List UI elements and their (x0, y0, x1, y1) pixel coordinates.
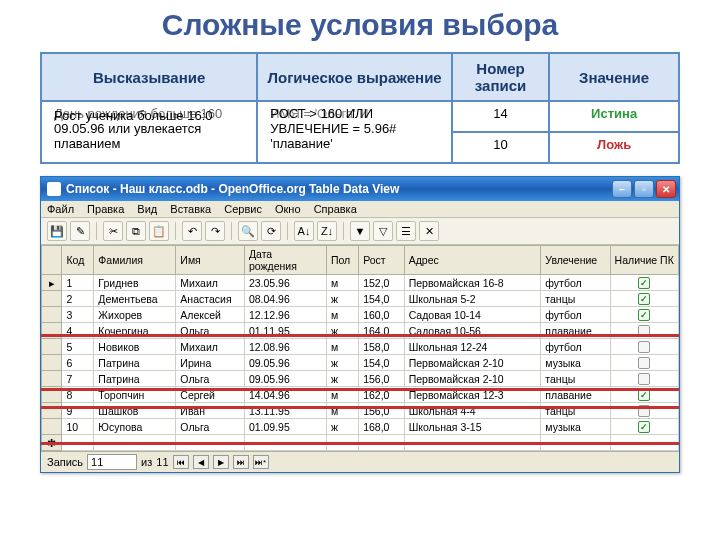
cell[interactable]: 12.12.96 (244, 307, 326, 323)
nav-new-icon[interactable]: ⏭* (253, 455, 269, 469)
cell[interactable]: Патрина (94, 371, 176, 387)
cell[interactable]: 160,0 (359, 307, 405, 323)
cell[interactable]: Новиков (94, 339, 176, 355)
cell[interactable]: Первомайская 2-10 (404, 355, 541, 371)
sort-desc-icon[interactable]: Z↓ (317, 221, 337, 241)
cell[interactable]: футбол (541, 307, 610, 323)
table-row[interactable]: 9ШашковИван13.11.95м156,0Школьная 4-4тан… (42, 403, 679, 419)
close-button[interactable]: ✕ (656, 180, 676, 198)
cell[interactable]: Анастасия (176, 291, 245, 307)
cell[interactable]: Школьная 12-24 (404, 339, 541, 355)
table-row[interactable]: 10ЮсуповаОльга01.09.95ж168,0Школьная 3-1… (42, 419, 679, 435)
cell[interactable]: Первомайская 2-10 (404, 371, 541, 387)
cell[interactable]: 12.08.96 (244, 339, 326, 355)
cell[interactable]: футбол (541, 275, 610, 291)
cell[interactable]: Ирина (176, 355, 245, 371)
find-icon[interactable]: 🔍 (238, 221, 258, 241)
cell[interactable]: танцы (541, 291, 610, 307)
cell[interactable]: 152,0 (359, 275, 405, 291)
table-row[interactable]: 5НовиковМихаил12.08.96м158,0Школьная 12-… (42, 339, 679, 355)
cell[interactable]: танцы (541, 403, 610, 419)
menu-view[interactable]: Вид (137, 203, 157, 215)
nav-next-icon[interactable]: ▶ (213, 455, 229, 469)
col-header[interactable]: Наличие ПК (610, 246, 678, 275)
menu-tools[interactable]: Сервис (224, 203, 262, 215)
pc-checkbox[interactable]: ✓ (610, 339, 678, 355)
row-marker[interactable] (42, 339, 62, 355)
col-header[interactable]: Пол (326, 246, 358, 275)
pc-checkbox[interactable]: ✓ (610, 403, 678, 419)
cell[interactable]: Гриднев (94, 275, 176, 291)
cell[interactable]: 13.11.95 (244, 403, 326, 419)
cell[interactable]: 154,0 (359, 291, 405, 307)
row-marker[interactable] (42, 291, 62, 307)
row-marker[interactable] (42, 307, 62, 323)
cell[interactable]: 9 (62, 403, 94, 419)
maximize-button[interactable]: ▫ (634, 180, 654, 198)
cell[interactable]: Ольга (176, 419, 245, 435)
cell[interactable]: м (326, 339, 358, 355)
cell[interactable]: 154,0 (359, 355, 405, 371)
row-marker[interactable] (42, 371, 62, 387)
nav-first-icon[interactable]: ⏮ (173, 455, 189, 469)
cell[interactable]: Михаил (176, 275, 245, 291)
cell[interactable]: м (326, 275, 358, 291)
col-header[interactable]: Имя (176, 246, 245, 275)
filter-icon[interactable]: ▼ (350, 221, 370, 241)
filter-form-icon[interactable]: ☰ (396, 221, 416, 241)
cell[interactable]: футбол (541, 339, 610, 355)
row-marker[interactable] (42, 403, 62, 419)
cell[interactable]: 01.09.95 (244, 419, 326, 435)
edit-icon[interactable]: ✎ (70, 221, 90, 241)
nav-current[interactable] (87, 454, 137, 470)
cell[interactable]: Михаил (176, 339, 245, 355)
pc-checkbox[interactable]: ✓ (610, 307, 678, 323)
cut-icon[interactable]: ✂ (103, 221, 123, 241)
cell[interactable]: ж (326, 355, 358, 371)
menu-insert[interactable]: Вставка (170, 203, 211, 215)
cell[interactable]: м (326, 403, 358, 419)
cell[interactable]: 1 (62, 275, 94, 291)
cell[interactable]: 23.05.96 (244, 275, 326, 291)
cell[interactable]: 156,0 (359, 371, 405, 387)
remove-filter-icon[interactable]: ✕ (419, 221, 439, 241)
cell[interactable]: 09.05.96 (244, 371, 326, 387)
cell[interactable]: 156,0 (359, 403, 405, 419)
cell[interactable]: ж (326, 371, 358, 387)
pc-checkbox[interactable]: ✓ (610, 355, 678, 371)
col-header[interactable]: Увлечение (541, 246, 610, 275)
cell[interactable]: Садовая 10-14 (404, 307, 541, 323)
cell[interactable]: Школьная 3-15 (404, 419, 541, 435)
cell[interactable]: 7 (62, 371, 94, 387)
row-marker[interactable] (42, 355, 62, 371)
pc-checkbox[interactable]: ✓ (610, 371, 678, 387)
data-grid[interactable]: КодФамилияИмяДата рожденияПолРостАдресУв… (41, 245, 679, 451)
cell[interactable]: ж (326, 291, 358, 307)
table-row[interactable]: ▸1ГридневМихаил23.05.96м152,0Первомайска… (42, 275, 679, 291)
cell[interactable]: Жихорев (94, 307, 176, 323)
row-marker[interactable] (42, 419, 62, 435)
save-icon[interactable]: 💾 (47, 221, 67, 241)
cell[interactable]: Шашков (94, 403, 176, 419)
nav-last-icon[interactable]: ⏭ (233, 455, 249, 469)
cell[interactable]: Патрина (94, 355, 176, 371)
pc-checkbox[interactable]: ✓ (610, 275, 678, 291)
cell[interactable]: музыка (541, 355, 610, 371)
table-row[interactable]: 2ДементьеваАнастасия08.04.96ж154,0Школьн… (42, 291, 679, 307)
cell[interactable]: 10 (62, 419, 94, 435)
redo-icon[interactable]: ↷ (205, 221, 225, 241)
cell[interactable]: Алексей (176, 307, 245, 323)
cell[interactable]: музыка (541, 419, 610, 435)
copy-icon[interactable]: ⧉ (126, 221, 146, 241)
menu-window[interactable]: Окно (275, 203, 301, 215)
table-row[interactable]: 7ПатринаОльга09.05.96ж156,0Первомайская … (42, 371, 679, 387)
row-marker[interactable]: ▸ (42, 275, 62, 291)
pc-checkbox[interactable]: ✓ (610, 291, 678, 307)
cell[interactable]: 08.04.96 (244, 291, 326, 307)
refresh-icon[interactable]: ⟳ (261, 221, 281, 241)
cell[interactable]: 3 (62, 307, 94, 323)
cell[interactable]: Первомайская 16-8 (404, 275, 541, 291)
col-header[interactable]: Дата рождения (244, 246, 326, 275)
pc-checkbox[interactable]: ✓ (610, 419, 678, 435)
cell[interactable]: 168,0 (359, 419, 405, 435)
